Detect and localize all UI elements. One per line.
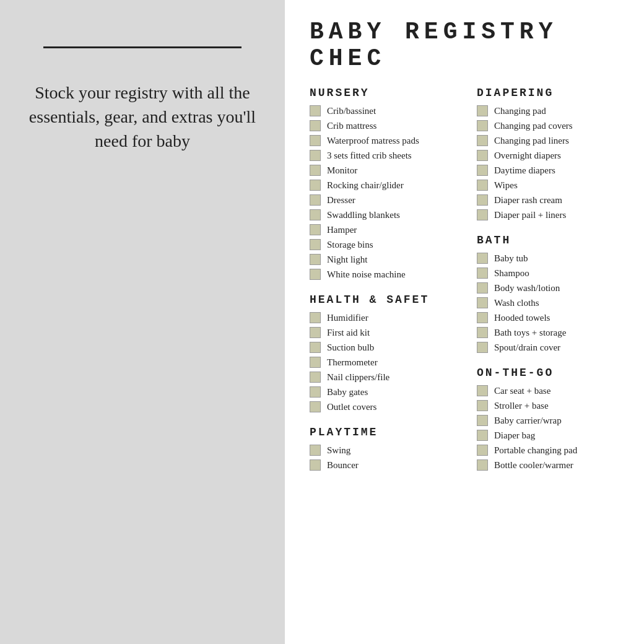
checkbox[interactable] [310,120,321,131]
list-item: Spout/drain cover [477,342,625,353]
item-label: Spout/drain cover [494,342,560,353]
checkbox[interactable] [477,415,488,426]
checkbox[interactable] [310,165,321,176]
list-item: Diaper pail + liners [477,209,625,220]
item-label: Changing pad [494,106,546,116]
list-item: Changing pad liners [477,135,625,146]
item-label: Changing pad liners [494,136,569,146]
checkbox[interactable] [477,120,488,131]
item-label: Hamper [327,225,357,235]
checklist-grid: NURSERY Crib/bassinet Crib mattress Wate… [310,87,625,484]
section-health-safety: HEALTH & SAFET Humidifier First aid kit … [310,294,458,412]
list-item: Bottle cooler/warmer [477,459,625,471]
checkbox[interactable] [310,150,321,161]
checkbox[interactable] [477,253,488,264]
list-item: Hooded towels [477,312,625,323]
item-label: Baby tub [494,253,528,264]
checkbox[interactable] [477,268,488,279]
list-item: Crib/bassinet [310,105,458,116]
list-item: Nail clippers/file [310,372,458,383]
list-item: Hamper [310,224,458,235]
checkbox[interactable] [477,312,488,323]
item-label: Bath toys + storage [494,328,566,338]
checkbox[interactable] [310,105,321,116]
checkbox[interactable] [310,386,321,398]
checkbox[interactable] [477,385,488,396]
checkbox[interactable] [310,459,321,471]
list-item: Diaper rash cream [477,194,625,206]
checkbox[interactable] [310,312,321,323]
item-label: Portable changing pad [494,445,577,456]
checkbox[interactable] [310,194,321,206]
item-label: Waterproof matress pads [327,136,419,146]
checkbox[interactable] [477,430,488,441]
checkbox[interactable] [310,180,321,191]
item-label: Daytime diapers [494,165,555,176]
checkbox[interactable] [477,105,488,116]
checkbox[interactable] [310,135,321,146]
section-title-health: HEALTH & SAFET [310,294,458,306]
checkbox[interactable] [477,180,488,191]
checkbox[interactable] [477,400,488,411]
list-item: Humidifier [310,312,458,323]
checkbox[interactable] [310,327,321,338]
checkbox[interactable] [477,282,488,294]
checkbox[interactable] [310,224,321,235]
checkbox[interactable] [310,342,321,353]
item-label: Bottle cooler/warmer [494,460,573,471]
section-playtime: PLAYTIME Swing Bouncer [310,426,458,471]
list-item: Baby carrier/wrap [477,415,625,426]
checkbox[interactable] [477,459,488,471]
checkbox[interactable] [310,401,321,412]
column-left: NURSERY Crib/bassinet Crib mattress Wate… [310,87,458,484]
list-item: Daytime diapers [477,165,625,176]
item-label: Stroller + base [494,401,549,411]
list-item: Wash cloths [477,297,625,308]
item-label: White noise machine [327,269,406,280]
checkbox[interactable] [477,150,488,161]
item-label: Rocking chair/glider [327,180,404,191]
checkbox[interactable] [310,445,321,456]
checkbox[interactable] [477,209,488,220]
section-title-nursery: NURSERY [310,87,458,99]
section-title-diapering: DIAPERING [477,87,625,99]
section-title-bath: BATH [477,234,625,246]
item-label: Outlet covers [327,402,376,412]
checkbox[interactable] [477,445,488,456]
checkbox[interactable] [310,239,321,250]
checkbox[interactable] [310,372,321,383]
checkbox[interactable] [310,357,321,368]
item-label: Swaddling blankets [327,210,400,220]
item-label: Dresser [327,195,355,206]
item-label: Thermometer [327,357,378,368]
checkbox[interactable] [477,297,488,308]
list-item: Night light [310,254,458,265]
item-label: Crib mattress [327,121,376,131]
item-label: Monitor [327,165,357,176]
list-item: Changing pad covers [477,120,625,131]
item-label: Nail clippers/file [327,372,389,383]
item-label: Suction bulb [327,342,374,353]
list-item: First aid kit [310,327,458,338]
item-label: 3 sets fitted crib sheets [327,150,412,161]
checkbox[interactable] [477,342,488,353]
list-item: Body wash/lotion [477,282,625,294]
checkbox[interactable] [310,209,321,220]
left-panel: Stock your registry with all the essenti… [0,0,285,644]
list-item: Baby gates [310,386,458,398]
section-title-playtime: PLAYTIME [310,426,458,438]
checkbox[interactable] [477,327,488,338]
checkbox[interactable] [477,194,488,206]
item-label: First aid kit [327,328,370,338]
item-label: Car seat + base [494,386,550,396]
item-label: Baby gates [327,387,368,398]
list-item: Portable changing pad [477,445,625,456]
checkbox[interactable] [310,254,321,265]
checkbox[interactable] [310,269,321,280]
checkbox[interactable] [477,165,488,176]
checkbox[interactable] [477,135,488,146]
list-item: Stroller + base [477,400,625,411]
item-label: Diaper bag [494,430,535,441]
item-label: Humidifier [327,313,368,323]
item-label: Storage bins [327,240,373,250]
